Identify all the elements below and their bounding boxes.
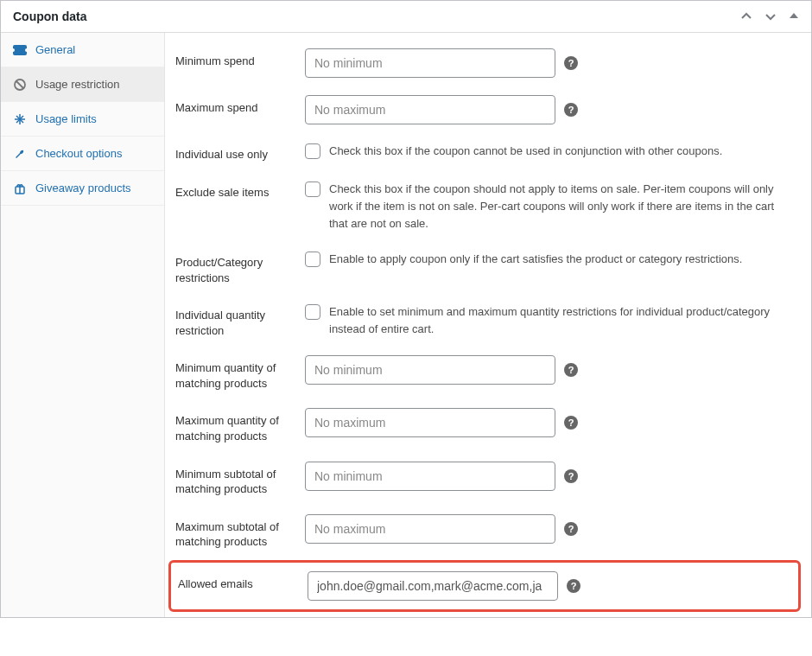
label-minimum-spend: Minimum spend: [175, 48, 305, 69]
maximum-spend-input[interactable]: [305, 95, 555, 124]
individual-quantity-desc: Enable to set minimum and maximum quanti…: [329, 303, 794, 338]
sidebar-label: Checkout options: [35, 147, 122, 160]
product-category-desc: Enable to apply coupon only if the cart …: [329, 250, 742, 268]
sidebar-item-usage-limits[interactable]: Usage limits: [1, 102, 164, 137]
help-icon[interactable]: ?: [564, 56, 578, 70]
sidebar-label: Usage limits: [35, 112, 97, 125]
row-allowed-emails: Allowed emails ?: [178, 568, 791, 604]
move-up-icon[interactable]: [740, 10, 752, 22]
sidebar-label: General: [35, 43, 75, 56]
allowed-emails-highlight: Allowed emails ?: [168, 560, 801, 612]
label-min-qty: Minimum quantity of matching products: [175, 355, 305, 391]
limits-icon: [13, 113, 27, 125]
row-max-subtotal: Maximum subtotal of matching products ?: [175, 506, 794, 558]
panel-body: General Usage restriction Usage limits C…: [1, 33, 811, 617]
row-max-qty: Maximum quantity of matching products ?: [175, 399, 794, 452]
row-product-category-restrictions: Product/Category restrictions Enable to …: [175, 241, 794, 294]
sidebar-label: Giveaway products: [35, 182, 131, 194]
block-icon: [13, 79, 27, 91]
row-individual-quantity: Individual quantity restriction Enable t…: [175, 294, 794, 347]
help-icon[interactable]: ?: [567, 579, 580, 593]
label-product-category: Product/Category restrictions: [175, 250, 305, 285]
row-min-qty: Minimum quantity of matching products ?: [175, 347, 794, 399]
svg-line-4: [16, 81, 23, 88]
help-icon[interactable]: ?: [564, 416, 578, 430]
individual-quantity-checkbox[interactable]: [305, 304, 320, 320]
min-qty-input[interactable]: [305, 355, 555, 385]
toggle-panel-icon[interactable]: [789, 10, 799, 22]
exclude-sale-desc: Check this box if the coupon should not …: [329, 180, 794, 232]
sidebar-item-usage-restriction[interactable]: Usage restriction: [1, 67, 164, 102]
individual-use-checkbox[interactable]: [305, 143, 320, 159]
help-icon[interactable]: ?: [564, 103, 578, 117]
row-maximum-spend: Maximum spend ?: [175, 86, 794, 133]
svg-rect-0: [13, 45, 27, 55]
row-exclude-sale: Exclude sale items Check this box if the…: [175, 171, 794, 241]
min-subtotal-input[interactable]: [305, 462, 555, 491]
sidebar-item-general[interactable]: General: [1, 33, 164, 67]
label-max-subtotal: Maximum subtotal of matching products: [175, 514, 305, 550]
row-minimum-spend: Minimum spend ?: [175, 40, 794, 86]
row-min-subtotal: Minimum subtotal of matching products ?: [175, 453, 794, 506]
row-individual-use: Individual use only Check this box if th…: [175, 133, 794, 171]
sidebar-label: Usage restriction: [35, 78, 120, 91]
panel-actions: [740, 10, 799, 22]
label-individual-use: Individual use only: [175, 142, 305, 162]
main-content: Minimum spend ? Maximum spend ? Individu…: [165, 33, 811, 617]
help-icon[interactable]: ?: [564, 522, 578, 536]
wrench-icon: [13, 148, 27, 160]
label-exclude-sale: Exclude sale items: [175, 180, 305, 201]
label-min-subtotal: Minimum subtotal of matching products: [175, 462, 305, 497]
max-subtotal-input[interactable]: [305, 514, 555, 544]
label-max-qty: Maximum quantity of matching products: [175, 408, 305, 443]
exclude-sale-checkbox[interactable]: [305, 182, 320, 197]
ticket-icon: [13, 45, 27, 55]
label-allowed-emails: Allowed emails: [178, 571, 308, 592]
max-qty-input[interactable]: [305, 408, 555, 437]
allowed-emails-input[interactable]: [308, 571, 558, 601]
panel-header: Coupon data: [1, 1, 811, 33]
sidebar-item-checkout-options[interactable]: Checkout options: [1, 137, 164, 171]
sidebar: General Usage restriction Usage limits C…: [1, 33, 165, 617]
label-maximum-spend: Maximum spend: [175, 95, 305, 116]
help-icon[interactable]: ?: [564, 363, 578, 377]
coupon-data-panel: Coupon data General Usage restriction Us…: [0, 0, 812, 618]
help-icon[interactable]: ?: [564, 469, 578, 483]
individual-use-desc: Check this box if the coupon cannot be u…: [329, 142, 722, 160]
panel-title: Coupon data: [13, 10, 87, 23]
minimum-spend-input[interactable]: [305, 48, 555, 78]
label-individual-quantity: Individual quantity restriction: [175, 303, 305, 338]
sidebar-item-giveaway-products[interactable]: Giveaway products: [1, 171, 164, 206]
gift-icon: [13, 182, 27, 194]
product-category-checkbox[interactable]: [305, 252, 320, 267]
move-down-icon[interactable]: [764, 10, 777, 22]
